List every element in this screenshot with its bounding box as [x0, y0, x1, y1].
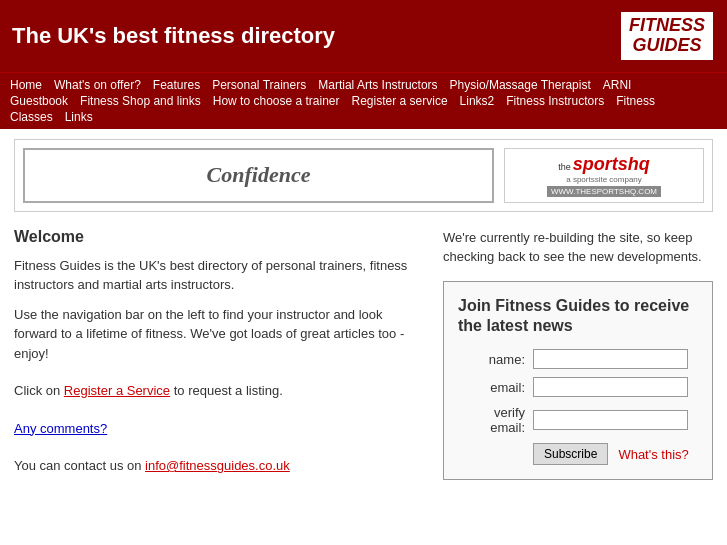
contact-prefix: You can contact us on	[14, 458, 145, 473]
sportshq-url: WWW.THESPORTSHQ.COM	[547, 186, 661, 197]
contact-text: You can contact us on info@fitnessguides…	[14, 456, 423, 476]
logo-guides: GUIDES	[629, 36, 705, 56]
sportshq-name: sportshq	[573, 154, 650, 175]
name-row: name:	[458, 349, 698, 369]
newsletter-heading: Join Fitness Guides to receive the lates…	[458, 296, 698, 338]
nav-fitness-instructors[interactable]: Fitness Instructors	[506, 94, 604, 108]
nav-guestbook[interactable]: Guestbook	[10, 94, 68, 108]
nav-personal-trainers[interactable]: Personal Trainers	[212, 78, 306, 92]
newsletter-box: Join Fitness Guides to receive the lates…	[443, 281, 713, 481]
register-prefix: Click on	[14, 383, 64, 398]
subscribe-button[interactable]: Subscribe	[533, 443, 608, 465]
main-content: Welcome Fitness Guides is the UK's best …	[14, 228, 713, 486]
confidence-text: Confidence	[207, 162, 311, 188]
email-row: email:	[458, 377, 698, 397]
welcome-heading: Welcome	[14, 228, 423, 246]
nav-fitness[interactable]: Fitness	[616, 94, 655, 108]
welcome-para2: Use the navigation bar on the left to fi…	[14, 305, 423, 364]
form-actions: Subscribe What's this?	[458, 443, 698, 465]
banners-section: Confidence the sportshq a sportssite com…	[14, 139, 713, 212]
nav-links2[interactable]: Links2	[460, 94, 495, 108]
nav-features[interactable]: Features	[153, 78, 200, 92]
name-input[interactable]	[533, 349, 688, 369]
sportshq-logo: the sportshq	[558, 154, 650, 175]
verify-email-row: verify email:	[458, 405, 698, 435]
content: Confidence the sportshq a sportssite com…	[0, 129, 727, 496]
verify-email-input[interactable]	[533, 410, 688, 430]
right-column: We're currently re-building the site, so…	[443, 228, 713, 486]
header: The UK's best fitness directory FITNESS …	[0, 0, 727, 72]
contact-email-link[interactable]: info@fitnessguides.co.uk	[145, 458, 290, 473]
site-title: The UK's best fitness directory	[12, 23, 335, 49]
rebuilding-text: We're currently re-building the site, so…	[443, 228, 713, 267]
nav-row-3: Classes Links	[10, 109, 717, 125]
sportshq-sub: a sportssite company	[566, 175, 642, 184]
email-input[interactable]	[533, 377, 688, 397]
nav-row-2: Guestbook Fitness Shop and links How to …	[10, 93, 717, 109]
welcome-para1: Fitness Guides is the UK's best director…	[14, 256, 423, 295]
nav-whats-on-offer[interactable]: What's on offer?	[54, 78, 141, 92]
nav-arni[interactable]: ARNI	[603, 78, 632, 92]
register-service-link[interactable]: Register a Service	[64, 383, 170, 398]
sportshq-the: the	[558, 162, 571, 172]
nav: Home What's on offer? Features Personal …	[0, 72, 727, 129]
nav-martial-arts[interactable]: Martial Arts Instructors	[318, 78, 437, 92]
nav-fitness-shop[interactable]: Fitness Shop and links	[80, 94, 201, 108]
left-column: Welcome Fitness Guides is the UK's best …	[14, 228, 423, 486]
confidence-banner[interactable]: Confidence	[23, 148, 494, 203]
logo-box: FITNESS GUIDES	[619, 10, 715, 62]
sportshq-banner[interactable]: the sportshq a sportssite company WWW.TH…	[504, 148, 704, 203]
comments-link[interactable]: Any comments?	[14, 421, 107, 436]
nav-how-to-choose[interactable]: How to choose a trainer	[213, 94, 340, 108]
register-text: Click on Register a Service to request a…	[14, 381, 423, 401]
name-label: name:	[458, 352, 533, 367]
register-suffix: to request a listing.	[170, 383, 283, 398]
nav-row-1: Home What's on offer? Features Personal …	[10, 77, 717, 93]
nav-links[interactable]: Links	[65, 110, 93, 124]
email-label: email:	[458, 380, 533, 395]
logo-fitness: FITNESS	[629, 16, 705, 36]
nav-home[interactable]: Home	[10, 78, 42, 92]
nav-register-service[interactable]: Register a service	[352, 94, 448, 108]
nav-classes[interactable]: Classes	[10, 110, 53, 124]
verify-email-label: verify email:	[458, 405, 533, 435]
nav-physio[interactable]: Physio/Massage Therapist	[450, 78, 591, 92]
whats-this-link[interactable]: What's this?	[618, 447, 688, 462]
